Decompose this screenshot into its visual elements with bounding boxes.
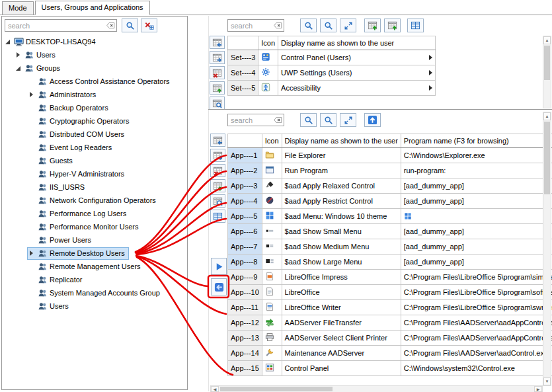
delete-app-button[interactable] (210, 164, 225, 177)
scroll-right-button[interactable]: ▶ (534, 386, 542, 392)
apps-maximize-button[interactable] (340, 113, 356, 127)
tree-item-users-group[interactable]: Users (2, 299, 187, 313)
tree-item-remote-desktop-users[interactable]: Remote Desktop Users (2, 247, 187, 260)
tab-users-groups-applications[interactable]: Users, Groups and Applications (35, 1, 150, 15)
app-row[interactable]: App----1 File Explorer C:\Windows\Explor… (228, 148, 552, 163)
app-row-header[interactable]: App----4 (228, 194, 262, 209)
tree-item-performance-monitor-users[interactable]: Performance Monitor Users (2, 220, 187, 233)
tree-item-administrators[interactable]: Administrators (2, 88, 187, 101)
tree-item-remote-management-users[interactable]: Remote Management Users (2, 260, 187, 273)
submenu-arrow-icon[interactable] (429, 70, 432, 75)
scroll-down-button[interactable]: ▼ (543, 377, 551, 385)
find-app-button[interactable] (210, 194, 225, 208)
tree-item-performance-log-users[interactable]: Performance Log Users (2, 207, 187, 220)
scroll-up-button[interactable]: ▲ (543, 112, 551, 120)
app-row[interactable]: App----4 $aad Apply Restrict Control [aa… (228, 194, 552, 209)
tree-item-power-users[interactable]: Power Users (2, 233, 187, 247)
app-row[interactable]: App----7 $aad Show Medium Menu [aad_dumm… (228, 239, 552, 255)
clear-search-icon[interactable] (274, 116, 282, 124)
app-row[interactable]: App----5 $aad Menu: Windows 10 theme (228, 209, 552, 224)
sets-find-button[interactable] (300, 19, 317, 32)
unassign-set-button[interactable] (210, 51, 225, 64)
scroll-thumb[interactable] (544, 122, 550, 194)
app-row-header[interactable]: App---10 (228, 285, 262, 300)
tree-search-input[interactable] (5, 19, 117, 32)
sets-layout-button[interactable] (407, 19, 424, 32)
scroll-left-button[interactable]: ◀ (211, 386, 219, 392)
unassign-app-button[interactable] (210, 149, 225, 162)
sets-find-next-button[interactable] (320, 19, 336, 32)
set-row[interactable]: Set----5 Accessibility (228, 81, 436, 96)
apps-horizontal-scrollbar[interactable]: ◀ ▶ (210, 385, 543, 392)
app-row-header[interactable]: App----8 (228, 255, 262, 270)
scroll-up-button[interactable]: ▲ (543, 36, 551, 44)
tree-find-button[interactable] (122, 19, 138, 32)
app-row[interactable]: App---15 Control Panel C:\Windows\system… (228, 361, 552, 376)
sets-scrollbar[interactable]: ▲ (543, 36, 551, 108)
app-row[interactable]: App----3 $aad Apply Relaxed Control [aad… (228, 178, 552, 194)
apps-up-button[interactable] (364, 113, 381, 127)
assign-back-button[interactable] (211, 278, 227, 295)
set-row-header[interactable]: Set----4 (228, 65, 258, 81)
app-row[interactable]: App---11 LibreOffice Writer C:\Program F… (228, 300, 552, 315)
add-set-copy-button[interactable] (384, 19, 401, 32)
scroll-thumb[interactable] (544, 46, 550, 80)
expander-icon[interactable] (15, 52, 22, 59)
app-row[interactable]: App----6 $aad Show Small Menu [aad_dummy… (228, 224, 552, 239)
app-row-header[interactable]: App----9 (228, 270, 262, 285)
expander-icon[interactable] (28, 91, 36, 98)
app-row-header[interactable]: App---12 (228, 315, 262, 331)
tree-item-guests[interactable]: Guests (2, 154, 187, 167)
tree-item-access-control-assistance-operators[interactable]: Access Control Assistance Operators (2, 75, 187, 88)
apps-find-next-button[interactable] (320, 113, 336, 127)
expander-icon[interactable] (5, 38, 12, 46)
sets-maximize-button[interactable] (340, 19, 356, 32)
add-set-button[interactable] (364, 19, 381, 32)
clear-search-icon[interactable] (274, 21, 282, 30)
apps-layout-button[interactable] (210, 210, 225, 223)
tree-item-network-configuration-operators[interactable]: Network Configuration Operators (2, 194, 187, 207)
find-set-button[interactable] (210, 97, 225, 110)
clear-search-icon[interactable] (106, 21, 115, 30)
app-row-header[interactable]: App----3 (228, 178, 262, 194)
app-row[interactable]: App----2 Run Program run-program: (228, 163, 552, 178)
app-row-header[interactable]: App---13 (228, 331, 262, 346)
apps-find-button[interactable] (300, 113, 317, 127)
assign-set-button[interactable] (210, 36, 225, 49)
set-row[interactable]: Set----3 Control Panel (Users) (228, 50, 436, 65)
app-row-header[interactable]: App---14 (228, 346, 262, 361)
run-app-button[interactable] (211, 258, 227, 275)
tree-clear-filter-button[interactable] (141, 19, 157, 32)
expander-icon[interactable] (15, 65, 22, 72)
tree-item-cryptographic-operators[interactable]: Cryptographic Operators (2, 114, 187, 128)
app-row-header[interactable]: App----2 (228, 163, 262, 178)
tree-item-desktop-lhsaq94[interactable]: DESKTOP-LHSAQ94 (2, 35, 187, 48)
app-row[interactable]: App----8 $aad Show Large Menu [aad_dummy… (228, 255, 552, 270)
app-row-header[interactable]: App----1 (228, 148, 262, 163)
app-row-header[interactable]: App----6 (228, 224, 262, 239)
set-row-header[interactable]: Set----5 (228, 81, 258, 96)
set-row-header[interactable]: Set----3 (228, 50, 258, 65)
app-row[interactable]: App---14 Maintenance AADServer C:\Progra… (228, 346, 552, 361)
tree-item-iis-iusrs[interactable]: IIS_IUSRS (2, 180, 187, 194)
tab-mode[interactable]: Mode (2, 1, 34, 15)
app-row-header[interactable]: App---11 (228, 300, 262, 315)
tree-item-system-managed-accounts-group[interactable]: System Managed Accounts Group (2, 286, 187, 299)
apps-scrollbar[interactable]: ▲ ▼ (543, 112, 551, 386)
app-row-header[interactable]: App----5 (228, 209, 262, 224)
app-row-header[interactable]: App---15 (228, 361, 262, 376)
app-row[interactable]: App---13 AADServer Select Client Printer… (228, 331, 552, 346)
set-row[interactable]: Set----4 UWP Settings (Users) (228, 65, 436, 81)
delete-set-button[interactable] (210, 66, 225, 79)
scroll-thumb[interactable] (220, 387, 333, 391)
app-row-header[interactable]: App----7 (228, 239, 262, 255)
tree-item-replicator[interactable]: Replicator (2, 273, 187, 286)
tree-item-event-log-readers[interactable]: Event Log Readers (2, 141, 187, 154)
app-row[interactable]: App---10 LibreOffice C:\Program Files\Li… (228, 285, 552, 300)
tree-item-distributed-com-users[interactable]: Distributed COM Users (2, 128, 187, 141)
submenu-arrow-icon[interactable] (429, 85, 432, 91)
tree-item-hyper-v-administrators[interactable]: Hyper-V Administrators (2, 167, 187, 180)
expander-icon[interactable] (28, 250, 36, 257)
assign-app-button[interactable] (210, 134, 225, 147)
tree-item-users[interactable]: Users (2, 48, 187, 61)
